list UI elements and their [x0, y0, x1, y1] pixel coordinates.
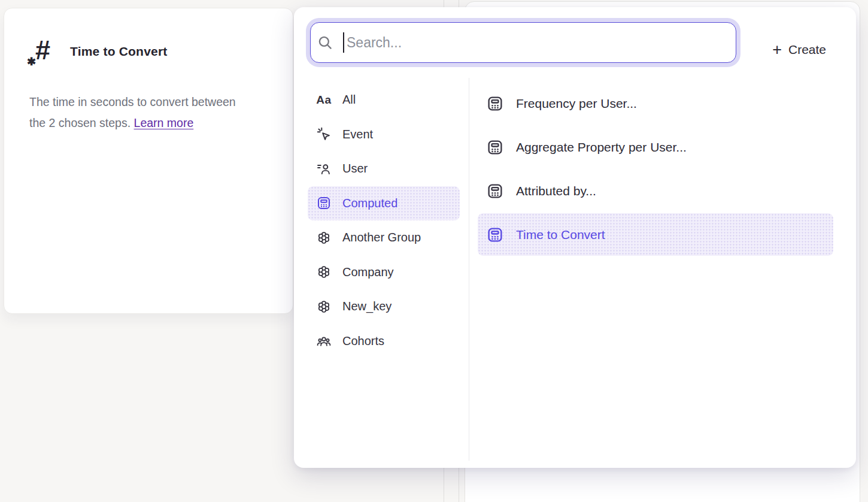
- plus-icon: +: [772, 41, 782, 59]
- cohorts-icon: [316, 333, 332, 349]
- select-property-row: Select Property: [0, 470, 868, 502]
- computed-number-icon: # ✱: [28, 35, 59, 69]
- user-icon: [316, 161, 332, 177]
- screen: Select Property # ✱ Time to Convert The …: [0, 0, 868, 502]
- create-button[interactable]: + Create: [772, 40, 826, 60]
- group-icon: [316, 264, 332, 280]
- calculator-icon: [486, 226, 504, 244]
- calculator-icon: [486, 138, 504, 156]
- group-icon: [316, 230, 332, 246]
- category-user[interactable]: User: [308, 152, 460, 186]
- column-divider: [469, 78, 469, 461]
- category-sidebar: Aa All Event User Computed: [294, 83, 469, 358]
- category-new-key[interactable]: New_key: [308, 289, 460, 324]
- category-company[interactable]: Company: [308, 255, 460, 290]
- category-another-group[interactable]: Another Group: [308, 220, 460, 255]
- result-time-to-convert[interactable]: Time to Convert: [478, 213, 833, 256]
- category-event[interactable]: Event: [308, 117, 460, 152]
- click-icon: [316, 126, 332, 142]
- category-all[interactable]: Aa All: [308, 83, 460, 117]
- property-tooltip-card: # ✱ Time to Convert The time in seconds …: [4, 8, 293, 314]
- search-icon: [317, 34, 333, 51]
- calculator-icon: [486, 95, 504, 113]
- tooltip-description: The time in seconds to convert between t…: [29, 92, 269, 134]
- result-frequency-per-user[interactable]: Frequency per User...: [478, 82, 833, 125]
- calculator-icon: [316, 195, 332, 211]
- text-format-icon: Aa: [316, 92, 332, 108]
- property-picker-popup: + Create Aa All Event User: [294, 7, 856, 468]
- result-aggregate-property-per-user[interactable]: Aggregate Property per User...: [478, 126, 833, 168]
- category-computed[interactable]: Computed: [308, 186, 460, 221]
- search-input[interactable]: [344, 35, 736, 51]
- tooltip-title: Time to Convert: [70, 44, 167, 59]
- category-cohorts[interactable]: Cohorts: [308, 324, 460, 359]
- result-attributed-by[interactable]: Attributed by...: [478, 170, 833, 212]
- group-icon: [316, 299, 332, 314]
- search-box: [310, 22, 736, 63]
- calculator-icon: [486, 182, 504, 200]
- results-list: Frequency per User... Aggregate Property…: [478, 82, 833, 257]
- learn-more-link[interactable]: Learn more: [134, 116, 194, 129]
